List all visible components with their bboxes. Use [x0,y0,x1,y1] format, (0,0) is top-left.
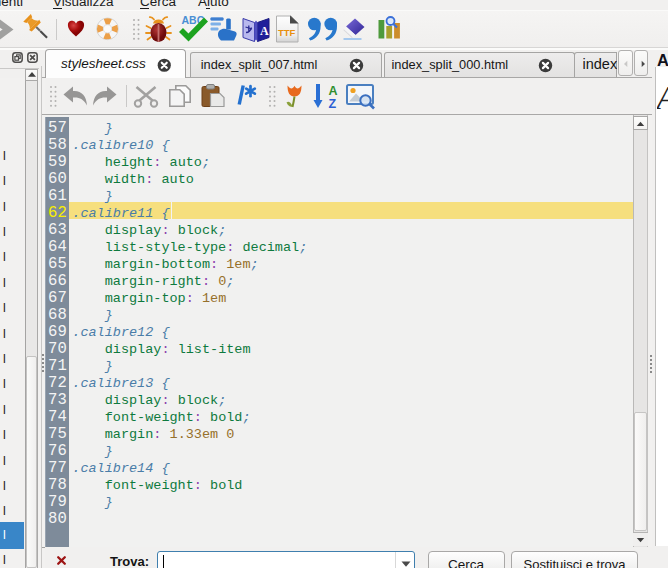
svg-text:TTF: TTF [278,27,296,38]
svg-text:A: A [260,24,269,38]
svg-text:A: A [329,84,338,98]
svg-text:Z: Z [329,97,337,110]
